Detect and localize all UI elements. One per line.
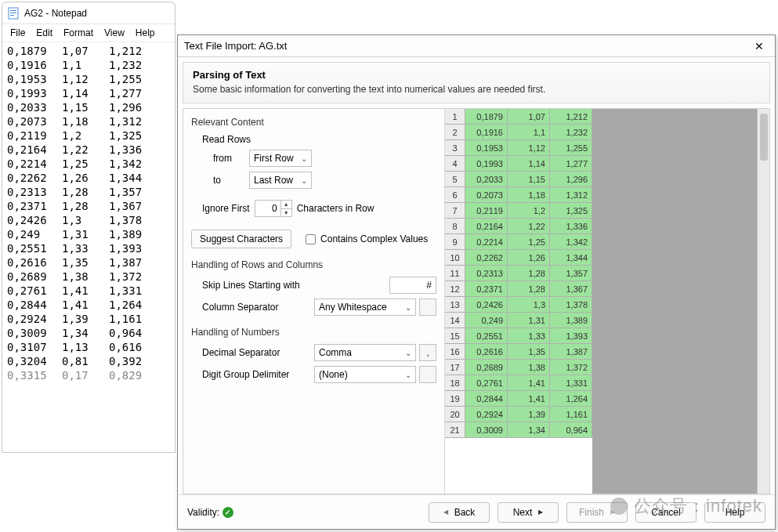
complex-values-label: Contains Complex Values (320, 233, 428, 244)
grid-row[interactable]: 180,27611,411,331 (445, 375, 592, 391)
menu-help[interactable]: Help (131, 26, 160, 40)
grid-row[interactable]: 140,2491,311,389 (445, 313, 592, 328)
group-numbers: Handling of Numbers (191, 327, 436, 338)
grid-row[interactable]: 160,26161,351,387 (445, 344, 592, 360)
grid-cell: 1,18 (508, 187, 550, 203)
grid-row[interactable]: 120,23711,281,367 (445, 281, 592, 297)
notepad-text-area[interactable]: 0,18791,071,2120,19161,11,2320,19531,121… (2, 42, 175, 451)
grid-row[interactable]: 20,19161,11,232 (445, 125, 592, 140)
grid-cell: 0,964 (550, 422, 592, 438)
grid-cell: 1,14 (508, 156, 550, 172)
import-dialog: Text File Import: AG.txt ✕ Parsing of Te… (177, 34, 776, 530)
grid-cell: 0,2119 (465, 203, 508, 219)
column-separator-custom[interactable] (419, 299, 436, 316)
notepad-line: 0,33150,170,829 (7, 368, 170, 382)
menu-format[interactable]: Format (59, 26, 98, 40)
column-separator-label: Column Separator (202, 302, 278, 313)
column-separator-combo[interactable]: Any Whitespace ⌄ (314, 299, 416, 316)
grid-row[interactable]: 130,24261,31,378 (445, 297, 592, 313)
grid-cell: 1,296 (550, 172, 592, 187)
spinner-buttons[interactable]: ▲▼ (280, 201, 291, 216)
to-value: Last Row (254, 175, 293, 186)
close-button[interactable]: ✕ (750, 40, 769, 52)
dialog-main: Relevant Content Read Rows from First Ro… (183, 108, 770, 494)
row-index: 10 (445, 250, 465, 266)
grid-row[interactable]: 200,29241,391,161 (445, 407, 592, 422)
notepad-line: 0,18791,071,212 (7, 44, 170, 58)
row-index: 20 (445, 407, 465, 422)
help-button[interactable]: Help (704, 502, 765, 523)
digit-group-combo[interactable]: (None) ⌄ (314, 366, 416, 383)
preview-grid[interactable]: 10,18791,071,21220,19161,11,23230,19531,… (445, 109, 592, 494)
to-combo[interactable]: Last Row ⌄ (249, 172, 312, 189)
dialog-titlebar[interactable]: Text File Import: AG.txt ✕ (178, 35, 775, 57)
row-index: 15 (445, 328, 465, 344)
notepad-menubar: File Edit Format View Help (2, 24, 175, 42)
grid-row[interactable]: 100,22621,261,344 (445, 250, 592, 266)
menu-file[interactable]: File (5, 26, 30, 40)
grid-row[interactable]: 10,18791,071,212 (445, 109, 592, 125)
grid-cell: 1,28 (508, 266, 550, 281)
grid-cell: 1,28 (508, 281, 550, 297)
grid-cell: 1,232 (550, 125, 592, 140)
notepad-line: 0,22141,251,342 (7, 157, 170, 171)
skip-lines-input[interactable]: # (389, 277, 436, 294)
menu-edit[interactable]: Edit (31, 26, 57, 40)
scrollbar-thumb[interactable] (760, 114, 768, 161)
grid-row[interactable]: 30,19531,121,255 (445, 140, 592, 156)
ignore-first-tail: Characters in Row (297, 203, 375, 214)
grid-cell: 0,1993 (465, 156, 508, 172)
finish-button[interactable]: Finish▶ (566, 502, 628, 523)
vertical-scrollbar[interactable] (757, 109, 769, 494)
grid-row[interactable]: 190,28441,411,264 (445, 391, 592, 407)
chevron-down-icon: ⌄ (301, 154, 307, 163)
dialog-footer: Validity: ✓ Back Next Finish▶ Cancel Hel… (178, 494, 775, 529)
grid-cell: 0,2689 (465, 360, 508, 375)
grid-row[interactable]: 110,23131,281,357 (445, 266, 592, 281)
grid-cell: 1,264 (550, 391, 592, 407)
grid-cell: 1,2 (508, 203, 550, 219)
grid-cell: 0,2761 (465, 375, 508, 391)
menu-view[interactable]: View (100, 26, 129, 40)
svg-rect-1 (10, 10, 16, 11)
validity-ok-icon: ✓ (223, 507, 233, 518)
grid-cell: 1,367 (550, 281, 592, 297)
row-index: 9 (445, 234, 465, 250)
grid-row[interactable]: 80,21641,221,336 (445, 219, 592, 234)
notepad-line: 0,22621,261,344 (7, 171, 170, 185)
notepad-line: 0,2491,311,389 (7, 227, 170, 241)
group-rows-columns: Handling of Rows and Columns (191, 259, 436, 270)
back-button[interactable]: Back (429, 502, 490, 523)
grid-row[interactable]: 60,20731,181,312 (445, 187, 592, 203)
decimal-separator-combo[interactable]: Comma ⌄ (314, 344, 416, 361)
chevron-down-icon: ⌄ (405, 371, 411, 379)
notepad-line: 0,28441,411,264 (7, 298, 170, 312)
grid-row[interactable]: 90,22141,251,342 (445, 234, 592, 250)
ignore-first-spinner[interactable]: 0 ▲▼ (255, 200, 292, 217)
grid-row[interactable]: 70,21191,21,325 (445, 203, 592, 219)
row-index: 17 (445, 360, 465, 375)
row-index: 13 (445, 297, 465, 313)
suggest-characters-button[interactable]: Suggest Characters (191, 230, 291, 248)
grid-row[interactable]: 50,20331,151,296 (445, 172, 592, 187)
grid-cell: 1,07 (508, 109, 550, 125)
from-combo[interactable]: First Row ⌄ (249, 150, 312, 167)
notepad-icon (7, 7, 20, 20)
grid-cell: 1,331 (550, 375, 592, 391)
notepad-titlebar[interactable]: AG2 - Notepad (2, 2, 175, 24)
grid-row[interactable]: 150,25511,331,393 (445, 328, 592, 344)
row-index: 2 (445, 125, 465, 140)
grid-row[interactable]: 170,26891,381,372 (445, 360, 592, 375)
dialog-subtext: Some basic information for converting th… (193, 84, 760, 95)
grid-row[interactable]: 40,19931,141,277 (445, 156, 592, 172)
dialog-title: Text File Import: AG.txt (184, 40, 287, 52)
cancel-button[interactable]: Cancel (635, 502, 697, 523)
grid-row[interactable]: 210,30091,340,964 (445, 422, 592, 438)
grid-cell: 1,22 (508, 219, 550, 234)
digit-group-custom[interactable] (419, 366, 436, 383)
complex-values-checkbox[interactable] (306, 234, 316, 244)
grid-cell: 0,2616 (465, 344, 508, 360)
next-button[interactable]: Next (498, 502, 559, 523)
from-value: First Row (254, 153, 294, 164)
decimal-separator-custom[interactable]: , (419, 344, 436, 361)
